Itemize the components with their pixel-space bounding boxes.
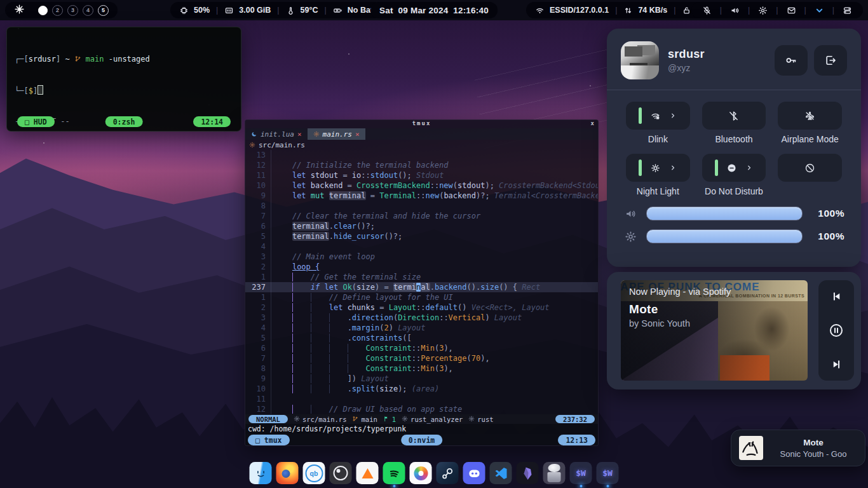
avatar[interactable]: [621, 41, 659, 79]
dock-item-photos[interactable]: [410, 462, 432, 484]
code-line-current[interactable]: 237 if let Ok(size) = terminal.backend()…: [245, 282, 598, 292]
dock-item-obs[interactable]: [330, 462, 352, 484]
tab-close-icon[interactable]: ×: [355, 130, 360, 139]
volume-slider[interactable]: [646, 207, 803, 220]
workspace-5[interactable]: 5: [98, 5, 109, 16]
tmux-window-name[interactable]: 0:zsh: [105, 116, 143, 127]
tab-main-rs[interactable]: main.rs ×: [308, 128, 365, 140]
code-line[interactable]: 11 let stdout = io::stdout(); Stdout: [245, 170, 598, 180]
code-line[interactable]: 4: [245, 241, 598, 252]
settings-gear-icon[interactable]: [758, 6, 768, 15]
code-line[interactable]: 7 Constraint::Percentage(70),: [245, 353, 598, 363]
clock[interactable]: Sat 09 Mar 2024 12:16:40: [370, 2, 498, 18]
dock-item-vlc[interactable]: [356, 462, 379, 484]
window-close-button[interactable]: x: [591, 120, 594, 126]
code-line[interactable]: 8: [245, 201, 598, 211]
trash-icon: [543, 462, 566, 484]
toggle-nightlight[interactable]: [626, 154, 690, 182]
tmux-status-bar: □ tmux 0:nvim 12:13: [245, 434, 598, 445]
editor-window[interactable]: tmux x init.lua × main.rs × src/main.rs …: [245, 119, 599, 446]
code-line[interactable]: 12 // Draw UI based on app state: [245, 404, 598, 414]
line-number: 1: [245, 292, 271, 302]
dock-item-qbittorrent[interactable]: qb: [303, 462, 325, 484]
media-notification[interactable]: Mote Sonic Youth - Goo: [731, 430, 865, 466]
code-line[interactable]: 9 ]) Layout: [245, 374, 598, 384]
code-line[interactable]: 3 // Main event loop: [245, 252, 598, 262]
code-line[interactable]: 2 loop {: [245, 262, 598, 272]
dock-item-trash[interactable]: [543, 462, 566, 484]
toggle-airplane[interactable]: [778, 102, 842, 130]
code-buffer[interactable]: 1312 // Initialize the terminal backend1…: [245, 150, 598, 414]
code-line[interactable]: 5 terminal.hide_cursor()?;: [245, 231, 598, 241]
notification-title: Mote: [770, 438, 857, 447]
previous-track-button[interactable]: [831, 290, 843, 302]
volume-icon[interactable]: [730, 6, 740, 15]
code-line[interactable]: 1 // Get the terminal size: [245, 272, 598, 282]
toggle-blocked[interactable]: [778, 154, 842, 182]
line-number: 6: [245, 221, 271, 231]
quick-settings-icon[interactable]: [843, 6, 852, 15]
code-line[interactable]: 12 // Initialize the terminal backend: [245, 160, 598, 170]
dock-item-firefox[interactable]: [276, 462, 299, 484]
dock-item-sw-terminal-2[interactable]: $W: [597, 462, 619, 484]
key-icon: [785, 54, 797, 67]
dock-item-files[interactable]: [250, 462, 272, 484]
workspace-3[interactable]: 3: [67, 5, 78, 16]
workspace-4[interactable]: 4: [83, 5, 93, 16]
workspace-2[interactable]: 2: [52, 5, 63, 16]
toggle-bluetooth[interactable]: [702, 102, 766, 130]
dock-item-discord[interactable]: [463, 462, 485, 484]
notifications-tray-icon[interactable]: [787, 6, 796, 15]
chevron-down-icon[interactable]: [815, 6, 824, 15]
steam-icon: [439, 465, 456, 482]
workspace-1[interactable]: [38, 6, 48, 15]
code-text: let chunks = Layout::default() Vec<Rect>…: [274, 302, 550, 313]
code-line[interactable]: 1 // Define layout for the UI: [245, 292, 598, 302]
rust-file-icon: [249, 142, 255, 149]
brightness-slider[interactable]: [646, 229, 803, 243]
tmux-window-name[interactable]: 0:nvim: [401, 435, 443, 445]
code-line[interactable]: 6 Constraint::Min(3),: [245, 343, 598, 353]
dock-item-sw-terminal-1[interactable]: $W: [570, 462, 592, 484]
wifi-lock-icon: [650, 111, 661, 121]
tab-init-lua[interactable]: init.lua ×: [245, 128, 308, 140]
code-text: terminal.clear()?;: [274, 221, 375, 231]
chevron-right-icon[interactable]: [669, 112, 677, 119]
microphone-muted-icon[interactable]: [702, 6, 712, 15]
tmux-session-name[interactable]: □ HUD: [17, 116, 55, 127]
toggle-dnd[interactable]: [702, 154, 766, 182]
code-line[interactable]: 4 .margin(2) Layout: [245, 323, 598, 333]
code-line[interactable]: 6 terminal.clear()?;: [245, 221, 598, 231]
dock-item-obsidian[interactable]: [517, 462, 539, 484]
code-line[interactable]: 13: [245, 150, 598, 160]
editor-tabline: init.lua × main.rs ×: [245, 128, 598, 140]
pause-button[interactable]: [829, 323, 844, 338]
diagnostics-flag-icon: [383, 416, 390, 423]
toggle-dlink[interactable]: [626, 102, 690, 130]
code-line[interactable]: 10 let backend = CrosstermBackend::new(s…: [245, 180, 598, 191]
chevron-right-icon[interactable]: [745, 164, 753, 172]
next-track-button[interactable]: [831, 358, 843, 370]
logout-button[interactable]: [814, 45, 847, 76]
tmux-session-name[interactable]: □ tmux: [248, 435, 290, 445]
code-line[interactable]: 5 .constraints([: [245, 333, 598, 343]
code-line[interactable]: 3 .direction(Direction::Vertical) Layout: [245, 313, 598, 323]
terminal-window[interactable]: ┌─[srdusr] ~ main -unstaged └─[$] -- INS…: [6, 27, 241, 132]
dock-item-vscode[interactable]: [490, 462, 512, 484]
code-line[interactable]: 11: [245, 394, 598, 404]
dock-item-spotify[interactable]: [383, 462, 405, 484]
code-line[interactable]: 7 // Clear the terminal and hide the cur…: [245, 211, 598, 221]
code-line[interactable]: 10 .split(size); (area): [245, 384, 598, 394]
lock-keys-button[interactable]: [775, 45, 808, 76]
code-line[interactable]: 9 let mut terminal = Terminal::new(backe…: [245, 191, 598, 201]
code-line[interactable]: 8 Constraint::Min(3),: [245, 363, 598, 374]
tab-close-icon[interactable]: ×: [297, 130, 302, 139]
logout-icon: [824, 54, 837, 67]
workspace-switcher[interactable]: 2345: [5, 2, 118, 18]
code-line[interactable]: 2 let chunks = Layout::default() Vec<Rec…: [245, 302, 598, 313]
dock-item-steam[interactable]: [437, 462, 459, 484]
temperature-icon: [286, 6, 295, 15]
chevron-right-icon[interactable]: [669, 164, 677, 172]
launcher-logo-icon[interactable]: [14, 4, 25, 17]
code-text: ]) Layout: [274, 374, 389, 384]
